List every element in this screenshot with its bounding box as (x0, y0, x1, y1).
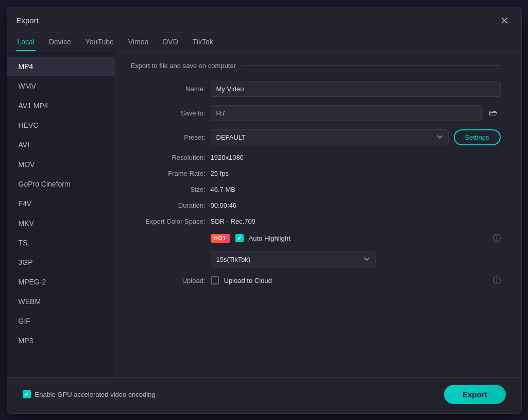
name-row: Name: (131, 81, 501, 97)
format-mp3[interactable]: MP3 (7, 331, 115, 350)
name-input[interactable] (211, 81, 501, 97)
main-content: Export to file and save on computer Name… (115, 52, 521, 377)
close-button[interactable]: ✕ (498, 13, 512, 28)
check-icon: ✓ (237, 235, 242, 242)
export-button[interactable]: Export (444, 385, 506, 404)
tabs-bar: Local Device YouTube Vimeo DVD TikTok (7, 32, 521, 52)
resolution-row: Resolution: 1920x1080 (131, 154, 501, 161)
size-value: 46.7 MB (211, 186, 501, 193)
hot-badge: HOT (211, 234, 230, 243)
format-f4v[interactable]: F4V (7, 194, 115, 213)
format-webm[interactable]: WEBM (7, 292, 115, 311)
folder-icon: 🗁 (489, 108, 498, 117)
saveto-container: 🗁 (211, 105, 501, 121)
saveto-label: Save to: (131, 109, 206, 117)
tab-local[interactable]: Local (16, 32, 36, 51)
autohighlight-checkbox[interactable]: ✓ (235, 234, 244, 242)
colorspace-label: Export Color Space: (131, 217, 206, 225)
tab-dvd[interactable]: DVD (162, 32, 179, 51)
dialog-header: Export ✕ (7, 7, 521, 32)
tab-tiktok[interactable]: TikTok (192, 32, 214, 51)
export-dialog: Export ✕ Local Device YouTube Vimeo DVD … (7, 7, 522, 414)
name-label: Name: (131, 85, 206, 93)
saveto-row: Save to: 🗁 (131, 105, 501, 121)
format-av1mp4[interactable]: AV1 MP4 (7, 96, 115, 115)
autohighlight-row: HOT ✓ Auto Highlight ⓘ (131, 233, 501, 243)
tiktok-duration-select[interactable]: 15s(TikTok) (211, 251, 376, 267)
format-mp4[interactable]: MP4 (7, 57, 115, 76)
uploadcloud-info-icon[interactable]: ⓘ (493, 276, 501, 285)
preset-label: Preset: (131, 133, 206, 141)
resolution-label: Resolution: (131, 154, 206, 161)
gpu-checkbox[interactable]: ✓ (23, 390, 31, 398)
uploadcloud-label: Upload to Cloud (224, 277, 488, 284)
section-title: Export to file and save on computer (131, 62, 501, 70)
format-3gp[interactable]: 3GP (7, 253, 115, 272)
preset-select[interactable]: DEFAULT (211, 129, 449, 145)
framerate-value: 25 fps (211, 170, 501, 177)
colorspace-value: SDR - Rec.709 (211, 217, 501, 225)
framerate-label: Frame Rate: (131, 170, 206, 177)
duration-value: 00:00:46 (211, 201, 501, 209)
tiktok-duration-row: 15s(TikTok) (131, 251, 501, 267)
autohighlight-label: Auto Highlight (249, 234, 488, 242)
gpu-check-icon: ✓ (24, 391, 29, 398)
autohighlight-container: HOT ✓ Auto Highlight ⓘ (211, 233, 501, 243)
colorspace-row: Export Color Space: SDR - Rec.709 (131, 217, 501, 225)
format-hevc[interactable]: HEVC (7, 115, 115, 135)
format-mkv[interactable]: MKV (7, 213, 115, 233)
gpu-label: Enable GPU accelerated video encoding (35, 391, 156, 398)
tab-device[interactable]: Device (48, 32, 72, 51)
size-label: Size: (131, 186, 206, 193)
dialog-body: MP4 WMV AV1 MP4 HEVC AVI MOV GoPro Cinef… (7, 52, 521, 377)
dialog-title: Export (16, 16, 39, 25)
preset-container: DEFAULT Settings (211, 129, 501, 145)
size-row: Size: 46.7 MB (131, 186, 501, 193)
saveto-input[interactable] (211, 105, 482, 121)
upload-row: Upload: ✓ Upload to Cloud ⓘ (131, 276, 501, 285)
resolution-value: 1920x1080 (211, 154, 501, 161)
framerate-row: Frame Rate: 25 fps (131, 170, 501, 177)
format-list: MP4 WMV AV1 MP4 HEVC AVI MOV GoPro Cinef… (7, 52, 115, 377)
gpu-row: ✓ Enable GPU accelerated video encoding (23, 390, 156, 398)
format-mov[interactable]: MOV (7, 155, 115, 174)
autohighlight-info-icon[interactable]: ⓘ (493, 233, 501, 243)
duration-row: Duration: 00:00:46 (131, 201, 501, 209)
format-wmv[interactable]: WMV (7, 76, 115, 96)
duration-label: Duration: (131, 201, 206, 209)
format-mpeg2[interactable]: MPEG-2 (7, 272, 115, 292)
preset-row: Preset: DEFAULT Settings (131, 129, 501, 145)
tab-youtube[interactable]: YouTube (84, 32, 115, 51)
uploadcloud-checkbox[interactable]: ✓ (211, 276, 219, 284)
format-gif[interactable]: GIF (7, 311, 115, 331)
browse-folder-button[interactable]: 🗁 (486, 106, 501, 120)
dialog-footer: ✓ Enable GPU accelerated video encoding … (7, 377, 521, 413)
upload-container: ✓ Upload to Cloud ⓘ (211, 276, 501, 285)
format-avi[interactable]: AVI (7, 135, 115, 155)
upload-label: Upload: (131, 277, 206, 284)
format-ts[interactable]: TS (7, 233, 115, 253)
settings-button[interactable]: Settings (454, 129, 501, 145)
tab-vimeo[interactable]: Vimeo (127, 32, 149, 51)
format-gopro[interactable]: GoPro Cineform (7, 174, 115, 194)
